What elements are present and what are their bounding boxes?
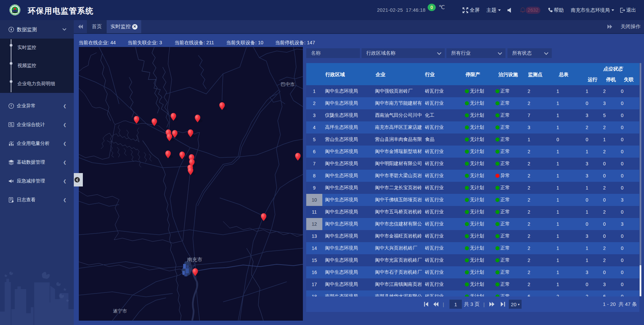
svg-text:巴中市: 巴中市 [281,82,295,87]
svg-text:南充市: 南充市 [187,257,202,262]
svg-text:遂宁市: 遂宁市 [113,308,127,314]
